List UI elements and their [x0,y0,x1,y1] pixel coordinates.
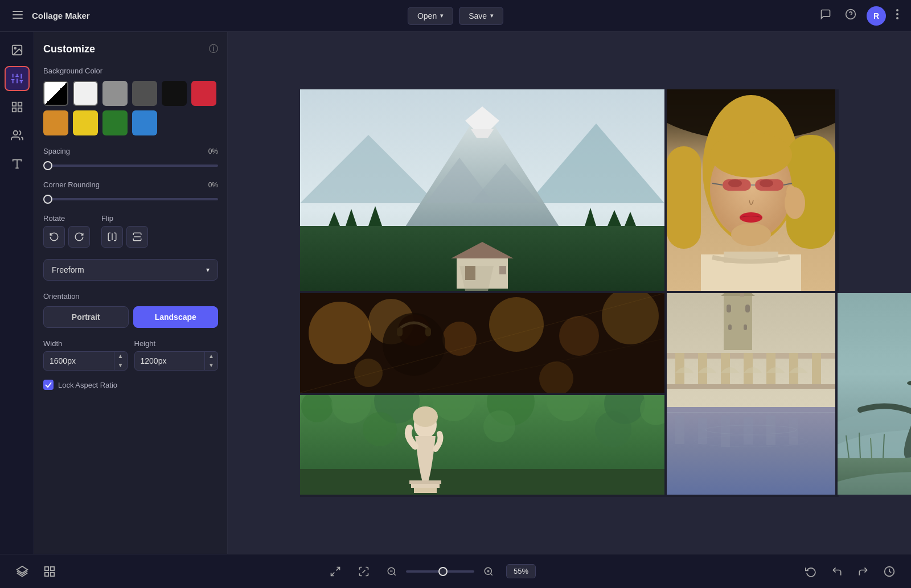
color-swatch-white[interactable] [73,81,98,106]
menu-button[interactable] [9,6,26,25]
spacing-slider[interactable] [43,165,218,167]
svg-rect-130 [411,483,440,488]
canvas-area [228,32,911,554]
svg-point-128 [413,406,438,427]
collage-grid [300,89,839,497]
svg-rect-21 [18,108,21,112]
corner-rounding-row: Corner Rounding 0% [43,180,218,189]
spacing-label: Spacing [43,147,70,155]
width-input[interactable] [44,352,114,370]
svg-marker-47 [459,266,494,291]
customize-panel: Customize ⓘ Background Color Spacing 0% [34,32,228,554]
color-swatch-green[interactable] [102,110,128,135]
svg-point-125 [595,411,631,447]
layers-button[interactable] [11,561,33,582]
zoom-percent-display[interactable]: 55% [506,564,536,578]
svg-point-23 [13,131,17,135]
svg-rect-57 [723,179,751,191]
info-icon[interactable]: ⓘ [209,43,218,55]
flip-vertical-button[interactable] [126,226,148,248]
height-input[interactable] [135,352,205,370]
layout-dropdown[interactable]: Freeform ▾ [43,259,218,281]
fit-screen-button[interactable] [354,561,374,582]
bottom-bar: 55% [0,554,911,588]
svg-line-165 [490,573,492,575]
svg-rect-1 [13,14,23,15]
user-avatar[interactable]: R [867,6,886,26]
collage-cell-silhouette[interactable] [838,293,911,495]
corner-rounding-value: 0% [208,181,218,189]
refresh-button[interactable] [801,561,821,582]
svg-line-158 [337,567,340,570]
lock-aspect-checkbox[interactable] [43,380,54,390]
svg-point-6 [896,13,898,15]
svg-point-5 [896,9,898,11]
color-swatch-gray[interactable] [102,81,128,106]
color-swatch-red[interactable] [191,81,216,106]
width-up-button[interactable]: ▲ [114,352,127,361]
app-title: Collage Maker [32,11,90,20]
redo-button[interactable] [853,561,873,582]
sidebar-customize-btn[interactable] [5,66,30,91]
flip-label: Flip [101,214,148,223]
flip-group: Flip [101,214,148,248]
svg-point-62 [740,212,762,223]
svg-rect-126 [300,469,664,495]
color-swatch-orange[interactable] [43,110,68,135]
more-options-button[interactable] [893,6,902,26]
landscape-button[interactable]: Landscape [133,306,219,328]
zoom-in-button[interactable] [479,562,498,581]
sidebar-people-btn[interactable] [5,123,30,148]
svg-marker-86 [721,293,755,296]
zoom-slider[interactable] [406,570,474,573]
width-arrows: ▲ ▼ [114,352,127,370]
portrait-button[interactable]: Portrait [43,306,129,328]
chat-icon-button[interactable] [816,5,835,26]
svg-rect-154 [45,566,48,570]
undo-button[interactable] [827,561,847,582]
collage-cell-bokeh[interactable] [300,293,664,393]
height-arrows: ▲ ▼ [204,352,218,370]
rotate-right-button[interactable] [68,226,90,248]
help-icon-button[interactable] [842,5,860,26]
grid-view-button[interactable] [39,561,60,582]
svg-rect-110 [766,416,775,445]
collage-cell-statue[interactable] [300,395,664,495]
corner-rounding-slider[interactable] [43,198,218,200]
rotate-left-button[interactable] [43,226,65,248]
svg-point-9 [14,47,16,49]
zoom-out-button[interactable] [382,562,401,581]
sidebar-text-btn[interactable] [5,151,30,176]
svg-rect-151 [838,293,911,495]
collage-cell-mountains[interactable] [300,89,664,291]
flip-horizontal-button[interactable] [101,226,123,248]
spacing-row: Spacing 0% [43,147,218,155]
open-button[interactable]: Open ▾ [408,7,453,25]
svg-rect-0 [13,11,23,12]
height-group: Height ▲ ▼ [134,339,219,371]
sidebar-photos-btn[interactable] [5,38,30,63]
svg-rect-22 [12,108,15,112]
svg-rect-19 [12,102,15,106]
height-input-wrap: ▲ ▼ [134,351,219,371]
collage-cell-ruins[interactable] [667,293,835,495]
height-up-button[interactable]: ▲ [205,352,218,361]
rotate-flip-row: Rotate [43,214,218,248]
history-button[interactable] [879,561,900,582]
collage-cell-fashion[interactable] [667,89,835,291]
color-swatch-blue[interactable] [132,110,157,135]
lock-aspect-row: Lock Aspect Ratio [43,380,218,390]
svg-rect-20 [18,102,21,106]
width-down-button[interactable]: ▼ [114,361,127,370]
color-swatch-white-black[interactable] [43,81,68,106]
svg-point-124 [483,410,515,442]
main: Customize ⓘ Background Color Spacing 0% [0,32,911,554]
save-button[interactable]: Save ▾ [459,7,503,25]
color-swatch-yellow[interactable] [73,110,98,135]
expand-button[interactable] [325,561,346,582]
height-down-button[interactable]: ▼ [205,361,218,370]
sidebar-layout-btn[interactable] [5,94,30,120]
color-swatch-black[interactable] [162,81,187,106]
color-swatch-dark-gray[interactable] [132,81,157,106]
topbar-center: Open ▾ Save ▾ [408,7,503,25]
